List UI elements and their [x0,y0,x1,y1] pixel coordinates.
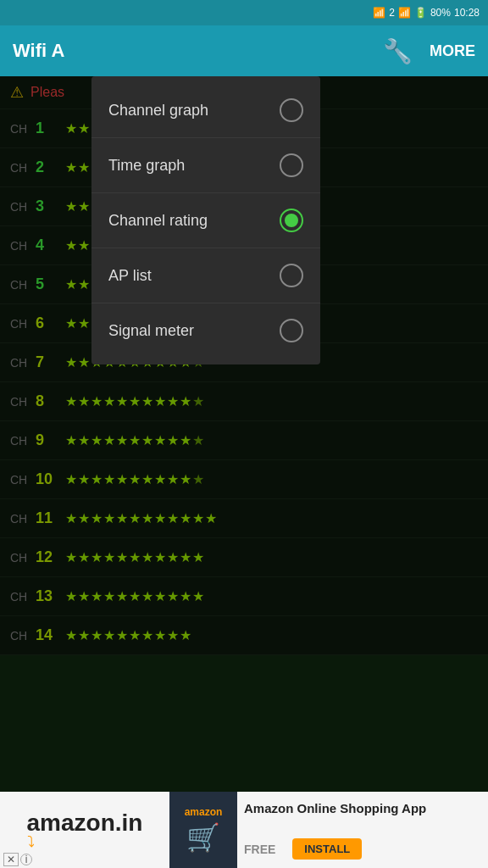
amazon-logo: amazon.in [27,810,143,837]
install-button[interactable]: INSTALL [292,838,362,860]
menu-item[interactable]: AP list [92,248,320,303]
info-icon[interactable]: i [20,854,32,865]
ad-app-name: Amazon Online Shopping App [244,800,481,817]
main-content: ⚠ Pleas CH1★★★★★CH2★★★★★CH3★★★★★CH4★★★★★… [0,76,488,655]
ad-text-area: Amazon Online Shopping App FREE INSTALL [237,792,488,868]
app-title: Wifi A [13,40,383,62]
menu-item[interactable]: Channel rating [92,193,320,248]
ad-banner: amazon.in ⤵︎ amazon 🛒 Amazon Online Shop… [0,792,488,868]
dropdown-overlay[interactable]: Channel graphTime graphChannel ratingAP … [0,76,488,655]
battery-percent: 80% [430,7,451,19]
amazon-cart-area[interactable]: amazon 🛒 [169,792,237,868]
close-icon[interactable]: ✕ [3,853,19,866]
radio-button[interactable] [280,98,303,122]
radio-button[interactable] [280,153,303,177]
wifi-icon: 📶 [373,7,385,19]
dropdown-menu: Channel graphTime graphChannel ratingAP … [92,76,320,364]
radio-button[interactable] [280,209,303,232]
menu-item-label: AP list [108,267,152,285]
menu-item-label: Signal meter [108,322,194,340]
radio-inner [285,214,298,227]
radio-button[interactable] [280,264,303,287]
menu-item-label: Channel rating [108,212,208,230]
status-bar: 📶 2 📶 🔋 80% 10:28 [0,0,488,25]
sim-icon: 2 [389,7,395,19]
free-label: FREE [244,843,275,856]
status-icons: 📶 2 📶 🔋 80% 10:28 [373,7,480,19]
battery-icon: 🔋 [414,7,427,19]
menu-item[interactable]: Time graph [92,138,320,193]
wrench-icon[interactable]: 🔧 [383,37,413,65]
top-bar: Wifi A 🔧 MORE [0,25,488,76]
amazon-small-logo: amazon [185,806,223,818]
menu-item-label: Channel graph [108,102,208,120]
more-button[interactable]: MORE [430,42,475,60]
clock: 10:28 [454,7,480,19]
signal-icon: 📶 [398,7,411,19]
cart-icon: 🛒 [186,821,220,854]
menu-item[interactable]: Channel graph [92,83,320,138]
menu-item-label: Time graph [108,157,185,175]
menu-item[interactable]: Signal meter [92,303,320,358]
ad-close-area[interactable]: ✕ i [0,851,36,868]
ad-buttons: FREE INSTALL [244,838,481,860]
radio-button[interactable] [280,319,303,342]
